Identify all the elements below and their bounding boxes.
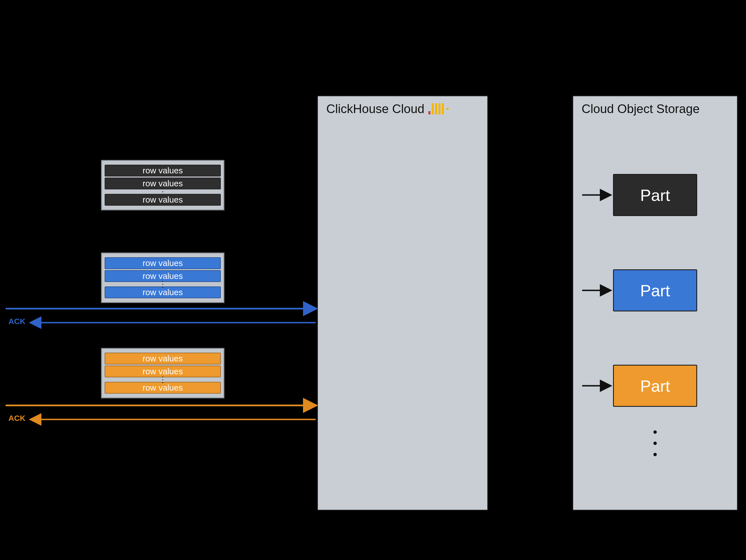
row-values-pill: row values <box>105 382 221 394</box>
vertical-dots-icon: ⋮ <box>105 283 221 285</box>
clickhouse-logo-icon <box>428 103 449 114</box>
row-values-pill: row values <box>105 353 221 364</box>
part-box-orange: Part <box>613 365 697 407</box>
insert-block-dark: row values row values ⋮ row values <box>101 160 225 211</box>
insert-block-blue: row values row values ⋮ row values <box>101 252 225 303</box>
ack-label-blue: ACK <box>8 317 26 326</box>
vertical-dots-icon: ⋮ <box>105 379 221 381</box>
vertical-dots-icon: ⋮ <box>105 191 221 193</box>
cloud-object-storage-title-text: Cloud Object Storage <box>582 102 700 116</box>
row-values-pill: row values <box>105 194 221 206</box>
cloud-object-storage-title: Cloud Object Storage <box>573 96 737 116</box>
row-values-pill: row values <box>105 165 221 176</box>
clickhouse-cloud-title-text: ClickHouse Cloud <box>326 102 425 116</box>
row-values-pill: row values <box>105 286 221 298</box>
clickhouse-cloud-panel: ClickHouse Cloud <box>317 95 488 511</box>
part-box-blue: Part <box>613 269 697 311</box>
clickhouse-cloud-title: ClickHouse Cloud <box>318 96 487 116</box>
insert-block-orange: row values row values ⋮ row values <box>101 348 225 398</box>
vertical-dots-icon: ••• <box>650 426 661 460</box>
row-values-pill: row values <box>105 257 221 269</box>
part-box-dark: Part <box>613 174 697 216</box>
ack-label-orange: ACK <box>8 414 26 423</box>
